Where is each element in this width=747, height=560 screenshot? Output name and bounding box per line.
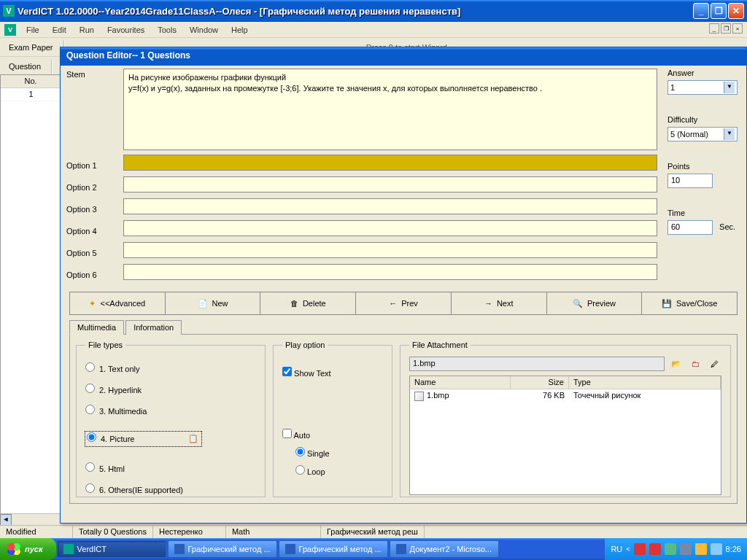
option3-input[interactable] (123, 198, 657, 214)
minimize-button[interactable]: _ (693, 3, 709, 19)
task-verdict[interactable]: VerdICT (57, 540, 166, 558)
filetype-others[interactable]: 6. Others(IE supported) (85, 483, 256, 494)
option6-input[interactable] (123, 264, 657, 280)
systray: RU < 8:26 (605, 538, 747, 560)
task-label: VerdICT (77, 545, 107, 553)
stem-input[interactable]: На рисунке изображены графики функций y=… (123, 69, 657, 150)
single-radio[interactable]: Single (295, 447, 383, 458)
tray-shield-icon[interactable] (649, 543, 661, 555)
bmp-file-icon (414, 392, 424, 401)
start-label: пуск (25, 545, 43, 553)
task-word1[interactable]: Графический метод ... (168, 540, 277, 558)
show-text-checkbox[interactable]: Show Text (282, 367, 383, 378)
option2-label: Option 2 (66, 176, 119, 198)
points-input[interactable]: 10 (667, 174, 713, 188)
app-icon: V (3, 5, 15, 17)
menu-window[interactable]: Window (184, 24, 224, 36)
filetype-picture[interactable]: 4. Picture 📋 (85, 432, 201, 446)
task-word3[interactable]: Документ2 - Microso... (390, 540, 499, 558)
file-types-group: File types 1. Text only 2. Hyperlink 3. … (76, 341, 266, 497)
option4-input[interactable] (123, 220, 657, 236)
arrow-right-icon: → (484, 299, 492, 308)
menu-edit[interactable]: Edit (47, 24, 72, 36)
option1-input[interactable] (123, 155, 657, 171)
menu-tools[interactable]: Tools (152, 24, 182, 36)
option5-input[interactable] (123, 242, 657, 258)
menu-run[interactable]: Run (74, 24, 100, 36)
tab-multimedia[interactable]: Multimedia (69, 320, 124, 335)
toolbar-exam-label: Exam Paper (3, 43, 59, 52)
option2-input[interactable] (123, 176, 657, 192)
col-size[interactable]: Size (511, 376, 569, 389)
tab-information[interactable]: Information (125, 320, 182, 335)
advanced-button[interactable]: ✦<<Advanced (69, 292, 166, 315)
new-button[interactable]: 📄New (166, 292, 261, 315)
tray-chevron-icon[interactable]: < (626, 545, 630, 553)
question-list: No. 1 (0, 74, 62, 525)
menu-favourites[interactable]: Favourites (101, 24, 150, 36)
remove-attachment-icon[interactable]: 🗀 (688, 357, 703, 371)
task-word2[interactable]: Графический метод ... (279, 540, 388, 558)
lang-indicator[interactable]: RU (611, 545, 622, 553)
answer-label: Answer (667, 69, 740, 77)
word-icon (396, 544, 406, 554)
tray-volume-icon[interactable] (680, 543, 692, 555)
clock[interactable]: 8:26 (726, 545, 741, 553)
start-button[interactable]: пуск (0, 538, 56, 560)
col-name[interactable]: Name (410, 376, 511, 389)
filetype-multimedia[interactable]: 3. Multimedia (85, 405, 256, 416)
filetype-html[interactable]: 5. Html (85, 462, 256, 473)
file-attachment-group: File Attachment 1.bmp 📂 🗀 🖉 Name Size Ty… (400, 341, 731, 497)
attachment-path[interactable]: 1.bmp (409, 357, 665, 371)
stem-line: y=f(x) и y=g(x), заданных на промежутке … (128, 83, 652, 94)
app-icon (63, 544, 74, 554)
option6-label: Option 6 (66, 264, 119, 286)
close-button[interactable]: ✕ (728, 3, 744, 19)
task-label: Графический метод ... (188, 545, 271, 553)
difficulty-select[interactable]: 5 (Normal) ▼ (667, 127, 738, 141)
scroll-left-icon[interactable]: ◄ (0, 514, 12, 526)
app-icon-small: V (4, 24, 16, 36)
attachment-list: Name Size Type 1.bmp 76 KB Точечный рису… (409, 376, 721, 495)
tray-network-icon[interactable] (665, 543, 676, 555)
clipboard-icon[interactable]: 📋 (188, 434, 200, 446)
loop-radio[interactable]: Loop (295, 465, 383, 476)
menu-help[interactable]: Help (225, 24, 254, 36)
points-label: Points (667, 162, 740, 171)
mdi-minimize-button[interactable]: _ (709, 23, 719, 34)
prev-button[interactable]: ←Prev (356, 292, 452, 315)
delete-button[interactable]: 🗑Delete (260, 292, 356, 315)
open-folder-icon[interactable]: 📂 (669, 357, 684, 371)
auto-checkbox[interactable]: Auto (282, 429, 383, 440)
file-attachment-legend: File Attachment (409, 341, 471, 349)
question-editor-dialog: Question Editor-- 1 Questions Stem Optio… (60, 47, 747, 524)
time-input[interactable]: 60 (667, 220, 713, 235)
windows-logo-icon (7, 543, 20, 555)
answer-select[interactable]: 1 ▼ (667, 80, 738, 95)
tray-msg-icon[interactable] (695, 543, 707, 555)
col-type[interactable]: Type (569, 376, 721, 389)
tray-kaspersky-icon[interactable] (634, 543, 646, 555)
chevron-down-icon: ▼ (724, 128, 735, 140)
menu-file[interactable]: File (20, 24, 45, 36)
preview-button[interactable]: 🔍Preview (547, 292, 643, 315)
save-close-button[interactable]: 💾Save/Close (642, 292, 738, 315)
mdi-restore-button[interactable]: ❐ (721, 23, 731, 34)
tray-display-icon[interactable] (711, 543, 722, 555)
list-item[interactable]: 1 (1, 88, 61, 101)
answer-value: 1 (670, 83, 675, 92)
filetype-hyperlink[interactable]: 2. Hyperlink (85, 384, 256, 394)
task-label: Документ2 - Microso... (410, 545, 492, 553)
option4-label: Option 4 (66, 220, 119, 242)
new-icon: 📄 (198, 299, 208, 308)
next-button[interactable]: →Next (452, 292, 547, 315)
play-option-group: Play option Show Text Auto Single Loop (273, 341, 392, 497)
delete-icon: 🗑 (290, 299, 298, 308)
filetype-text[interactable]: 1. Text only (85, 362, 256, 373)
mdi-close-button[interactable]: × (732, 23, 743, 34)
col-no: No. (1, 75, 61, 88)
attachment-row[interactable]: 1.bmp 76 KB Точечный рисунок (410, 389, 721, 402)
maximize-button[interactable]: ❐ (711, 3, 727, 19)
edit-attachment-icon[interactable]: 🖉 (707, 357, 721, 371)
word-icon (285, 544, 295, 554)
